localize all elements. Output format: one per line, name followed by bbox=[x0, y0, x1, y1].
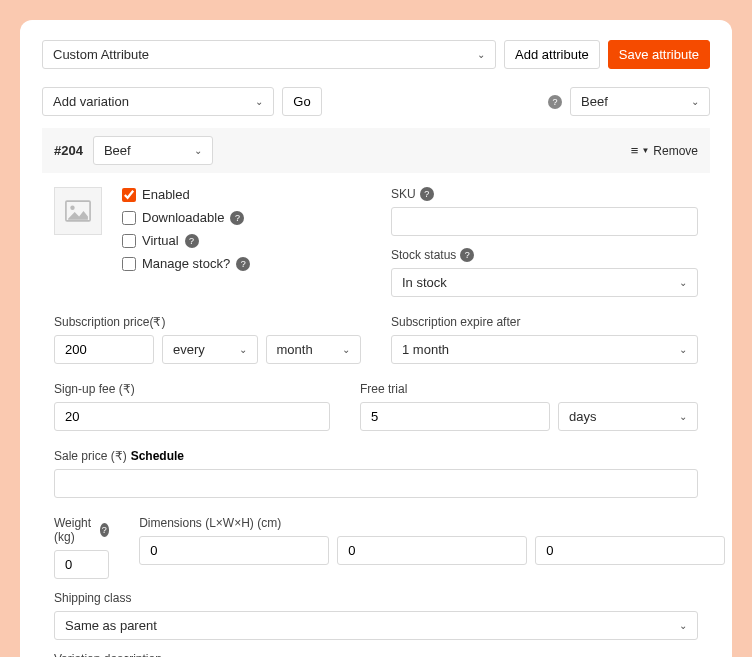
sub-interval-select[interactable]: every ⌄ bbox=[162, 335, 258, 364]
chevron-down-icon: ⌄ bbox=[239, 344, 247, 355]
add-attribute-button[interactable]: Add attribute bbox=[504, 40, 600, 69]
free-trial-input[interactable] bbox=[360, 402, 550, 431]
variation-attr-value: Beef bbox=[104, 143, 131, 158]
dim-h-input[interactable] bbox=[535, 536, 725, 565]
chevron-down-icon: ⌄ bbox=[342, 344, 350, 355]
stock-status-label: Stock status bbox=[391, 248, 456, 262]
help-icon[interactable]: ? bbox=[460, 248, 474, 262]
stock-status-select[interactable]: In stock ⌄ bbox=[391, 268, 698, 297]
shipping-class-select[interactable]: Same as parent ⌄ bbox=[54, 611, 698, 640]
caret-down-icon: ▼ bbox=[641, 146, 649, 155]
help-icon[interactable]: ? bbox=[230, 211, 244, 225]
stock-status-value: In stock bbox=[402, 275, 447, 290]
manage-stock-checkbox[interactable] bbox=[122, 257, 136, 271]
default-variation-value: Beef bbox=[581, 94, 608, 109]
save-attribute-button[interactable]: Save attribute bbox=[608, 40, 710, 69]
chevron-down-icon: ⌄ bbox=[679, 277, 687, 288]
add-variation-select[interactable]: Add variation ⌄ bbox=[42, 87, 274, 116]
chevron-down-icon: ⌄ bbox=[255, 96, 263, 107]
help-icon[interactable]: ? bbox=[185, 234, 199, 248]
signup-fee-label: Sign-up fee (₹) bbox=[54, 382, 135, 396]
sku-input[interactable] bbox=[391, 207, 698, 236]
sub-interval-value: every bbox=[173, 342, 205, 357]
sale-price-input[interactable] bbox=[54, 469, 698, 498]
enabled-checkbox[interactable] bbox=[122, 188, 136, 202]
sub-expire-label: Subscription expire after bbox=[391, 315, 520, 329]
sub-price-label: Subscription price(₹) bbox=[54, 315, 165, 329]
image-icon bbox=[64, 200, 92, 222]
chevron-down-icon: ⌄ bbox=[679, 620, 687, 631]
downloadable-checkbox[interactable] bbox=[122, 211, 136, 225]
dim-w-input[interactable] bbox=[337, 536, 527, 565]
weight-label: Weight (kg) bbox=[54, 516, 96, 544]
variation-id: #204 bbox=[54, 143, 83, 158]
help-icon[interactable]: ? bbox=[100, 523, 110, 537]
variation-header: #204 Beef ⌄ ≡ ▼ Remove bbox=[42, 128, 710, 173]
free-trial-label: Free trial bbox=[360, 382, 407, 396]
virtual-label: Virtual bbox=[142, 233, 179, 248]
variation-attr-select[interactable]: Beef ⌄ bbox=[93, 136, 213, 165]
chevron-down-icon: ⌄ bbox=[679, 411, 687, 422]
shipping-class-value: Same as parent bbox=[65, 618, 157, 633]
chevron-down-icon: ⌄ bbox=[691, 96, 699, 107]
sku-label: SKU bbox=[391, 187, 416, 201]
add-variation-label: Add variation bbox=[53, 94, 129, 109]
sub-expire-value: 1 month bbox=[402, 342, 449, 357]
enabled-label: Enabled bbox=[142, 187, 190, 202]
remove-label: Remove bbox=[653, 144, 698, 158]
help-icon[interactable]: ? bbox=[420, 187, 434, 201]
dim-l-input[interactable] bbox=[139, 536, 329, 565]
chevron-down-icon: ⌄ bbox=[679, 344, 687, 355]
custom-attribute-label: Custom Attribute bbox=[53, 47, 149, 62]
sub-period-value: month bbox=[277, 342, 313, 357]
shipping-class-label: Shipping class bbox=[54, 591, 131, 605]
weight-input[interactable] bbox=[54, 550, 109, 579]
sub-expire-select[interactable]: 1 month ⌄ bbox=[391, 335, 698, 364]
manage-stock-label: Manage stock? bbox=[142, 256, 230, 271]
sub-price-input[interactable] bbox=[54, 335, 154, 364]
go-button[interactable]: Go bbox=[282, 87, 321, 116]
signup-fee-input[interactable] bbox=[54, 402, 330, 431]
custom-attribute-select[interactable]: Custom Attribute ⌄ bbox=[42, 40, 496, 69]
description-label: Variation description bbox=[54, 652, 162, 657]
free-trial-unit-value: days bbox=[569, 409, 596, 424]
default-variation-select[interactable]: Beef ⌄ bbox=[570, 87, 710, 116]
remove-variation-button[interactable]: ≡ ▼ Remove bbox=[631, 143, 698, 158]
sale-price-label: Sale price (₹) bbox=[54, 449, 127, 463]
reorder-icon: ≡ bbox=[631, 143, 638, 158]
schedule-link[interactable]: Schedule bbox=[131, 449, 184, 463]
virtual-checkbox[interactable] bbox=[122, 234, 136, 248]
downloadable-label: Downloadable bbox=[142, 210, 224, 225]
chevron-down-icon: ⌄ bbox=[477, 49, 485, 60]
dimensions-label: Dimensions (L×W×H) (cm) bbox=[139, 516, 281, 530]
help-icon[interactable]: ? bbox=[236, 257, 250, 271]
svg-point-1 bbox=[70, 206, 74, 210]
variation-image-placeholder[interactable] bbox=[54, 187, 102, 235]
help-icon[interactable]: ? bbox=[548, 95, 562, 109]
sub-period-select[interactable]: month ⌄ bbox=[266, 335, 362, 364]
free-trial-unit-select[interactable]: days ⌄ bbox=[558, 402, 698, 431]
chevron-down-icon: ⌄ bbox=[194, 145, 202, 156]
